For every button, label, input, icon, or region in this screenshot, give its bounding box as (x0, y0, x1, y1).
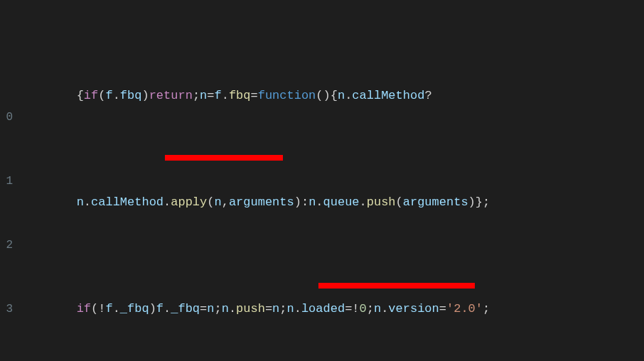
code-line[interactable]: {if(f.fbq)return;n=f.fbq=function(){n.ca… (18, 85, 644, 107)
line-number: 1 (0, 171, 14, 192)
code-line[interactable]: if(!f._fbq)f._fbq=n;n.push=n;n.loaded=!0… (18, 298, 644, 320)
code-content[interactable]: {if(f.fbq)return;n=f.fbq=function(){n.ca… (18, 0, 644, 361)
annotation-underline (318, 283, 475, 289)
line-number: 2 (0, 235, 14, 256)
annotation-underline (165, 155, 283, 161)
line-number (0, 43, 14, 64)
line-number-gutter: 0 1 2 3 4 5 6 7 8 1 2 3 4 5 6 (0, 0, 14, 361)
code-editor[interactable]: 0 1 2 3 4 5 6 7 8 1 2 3 4 5 6 {if(f.fbq)… (0, 0, 644, 361)
line-number: 3 (0, 298, 14, 320)
code-line[interactable]: n.callMethod.apply(n,arguments):n.queue.… (18, 192, 644, 213)
line-number: 0 (0, 107, 14, 128)
